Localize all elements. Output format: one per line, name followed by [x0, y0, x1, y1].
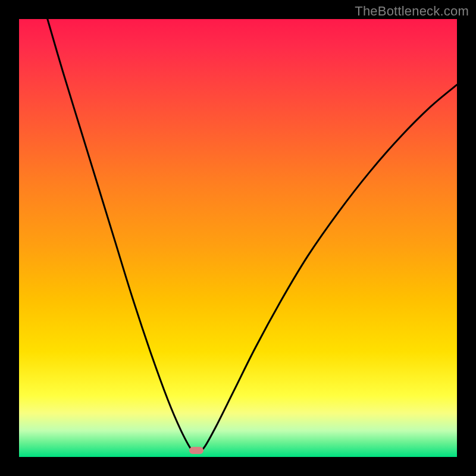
minimum-marker: [189, 447, 203, 454]
curve-svg: [19, 19, 457, 457]
plot-area: [19, 19, 457, 457]
watermark-text: TheBottleneck.com: [355, 4, 469, 19]
chart-frame: TheBottleneck.com: [0, 0, 476, 476]
bottleneck-curve: [48, 19, 457, 453]
